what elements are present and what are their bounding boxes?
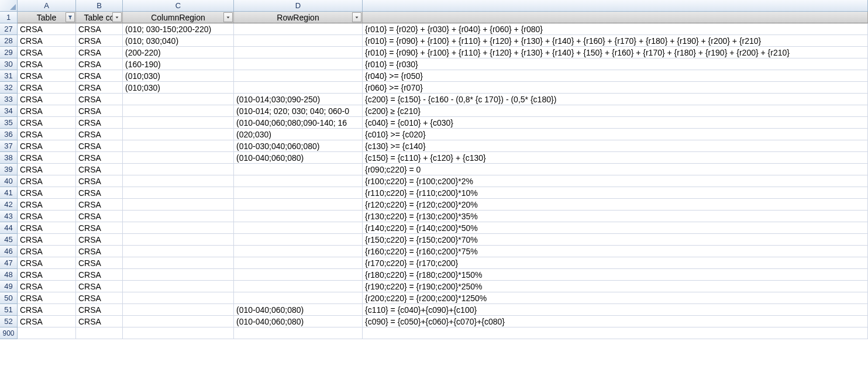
cell-B[interactable] — [76, 327, 123, 339]
cell-D[interactable] — [234, 281, 363, 292]
cell-A[interactable]: CRSA — [18, 187, 76, 199]
row-header-51[interactable]: 51 — [0, 304, 18, 316]
cell-C[interactable] — [123, 292, 234, 304]
cell-B[interactable]: CRSA — [76, 281, 123, 292]
cell-D[interactable]: (010-040;060;080) — [234, 316, 363, 327]
row-header-41[interactable]: 41 — [0, 187, 18, 199]
row-header-30[interactable]: 30 — [0, 58, 18, 70]
cell-B[interactable]: CRSA — [76, 35, 123, 47]
row-header-45[interactable]: 45 — [0, 234, 18, 246]
cell-C[interactable]: (010; 030;040) — [123, 35, 234, 47]
cell-D[interactable]: (020;030) — [234, 129, 363, 140]
cell-D[interactable] — [234, 222, 363, 234]
cell-B[interactable]: CRSA — [76, 47, 123, 58]
cell-E[interactable]: {c150} = {c110} + {c120} + {c130} — [363, 152, 868, 164]
cell-E[interactable]: {r200;c220} = {r200;c200}*1250% — [363, 292, 868, 304]
cell-B[interactable]: CRSA — [76, 187, 123, 199]
cell-A[interactable]: CRSA — [18, 211, 76, 222]
cell-A[interactable]: CRSA — [18, 246, 76, 257]
cell-C[interactable]: (010;030) — [123, 70, 234, 82]
cell-C[interactable] — [123, 199, 234, 211]
cell-B[interactable]: CRSA — [76, 316, 123, 327]
cell-B[interactable]: CRSA — [76, 140, 123, 152]
cell-E[interactable]: {r120;c220} = {r120;c200}*20% — [363, 199, 868, 211]
cell-C[interactable] — [123, 304, 234, 316]
cell-E[interactable] — [363, 327, 868, 339]
cell-E[interactable]: {r060} >= {r070} — [363, 82, 868, 94]
cell-D[interactable] — [234, 269, 363, 281]
cell-E[interactable]: {r190;c220} = {r190;c200}*250% — [363, 281, 868, 292]
cell-D[interactable] — [234, 327, 363, 339]
cell-B[interactable]: CRSA — [76, 199, 123, 211]
cell-A[interactable]: CRSA — [18, 316, 76, 327]
cell-C[interactable] — [123, 281, 234, 292]
cell-E[interactable]: {c200} ≥ {c210} — [363, 105, 868, 117]
cell-D[interactable] — [234, 292, 363, 304]
cell-C[interactable]: (010;030) — [123, 82, 234, 94]
row-header-43[interactable]: 43 — [0, 211, 18, 222]
cell-D[interactable] — [234, 246, 363, 257]
cell-D[interactable] — [234, 257, 363, 269]
cell-A[interactable]: CRSA — [18, 58, 76, 70]
row-header-44[interactable]: 44 — [0, 222, 18, 234]
column-header-B[interactable]: B — [76, 0, 123, 12]
cell-D[interactable] — [234, 199, 363, 211]
cell-C[interactable] — [123, 257, 234, 269]
row-header-48[interactable]: 48 — [0, 269, 18, 281]
cell-B[interactable]: CRSA — [76, 58, 123, 70]
cell-C[interactable] — [123, 316, 234, 327]
cell-B[interactable]: CRSA — [76, 269, 123, 281]
cell-C[interactable] — [123, 234, 234, 246]
cell-C[interactable] — [123, 246, 234, 257]
cell-A[interactable]: CRSA — [18, 82, 76, 94]
row-header-52[interactable]: 52 — [0, 316, 18, 327]
row-header-42[interactable]: 42 — [0, 199, 18, 211]
cell-A[interactable]: CRSA — [18, 222, 76, 234]
cell-D[interactable] — [234, 211, 363, 222]
cell-C[interactable]: (010; 030-150;200-220) — [123, 23, 234, 35]
cell-D[interactable] — [234, 58, 363, 70]
cell-A[interactable]: CRSA — [18, 234, 76, 246]
cell-E[interactable]: {r130;c220} = {r130;c200}*35% — [363, 211, 868, 222]
column-header-C[interactable]: C — [123, 0, 234, 12]
cell-A[interactable] — [18, 327, 76, 339]
cell-A[interactable]: CRSA — [18, 23, 76, 35]
cell-E[interactable]: {r110;c220} = {r110;c200}*10% — [363, 187, 868, 199]
cell-E[interactable]: {r040} >= {r050} — [363, 70, 868, 82]
spreadsheet-grid[interactable]: A B C D 1 Table Table co ColumnRegion Ro… — [0, 0, 868, 339]
cell-B[interactable]: CRSA — [76, 234, 123, 246]
row-header-29[interactable]: 29 — [0, 47, 18, 58]
cell-C[interactable] — [123, 140, 234, 152]
cell-D[interactable]: (010-030;040;060;080) — [234, 140, 363, 152]
row-header-35[interactable]: 35 — [0, 117, 18, 129]
cell-E[interactable]: {r100;c220} = {r100;c200}*2% — [363, 175, 868, 187]
cell-A[interactable]: CRSA — [18, 292, 76, 304]
cell-B[interactable]: CRSA — [76, 211, 123, 222]
cell-E[interactable]: {r090;c220} = 0 — [363, 164, 868, 175]
row-header-900[interactable]: 900 — [0, 327, 18, 339]
cell-A[interactable]: CRSA — [18, 140, 76, 152]
row-header-49[interactable]: 49 — [0, 281, 18, 292]
cell-A[interactable]: CRSA — [18, 304, 76, 316]
filter-dropdown-tableco[interactable] — [112, 12, 122, 22]
cell-A[interactable]: CRSA — [18, 175, 76, 187]
filter-header-columnregion[interactable]: ColumnRegion — [123, 12, 234, 23]
column-header-rest[interactable] — [363, 0, 868, 12]
cell-A[interactable]: CRSA — [18, 117, 76, 129]
cell-B[interactable]: CRSA — [76, 129, 123, 140]
cell-A[interactable]: CRSA — [18, 152, 76, 164]
cell-D[interactable]: (010-014;030;090-250) — [234, 94, 363, 105]
row-header-36[interactable]: 36 — [0, 129, 18, 140]
cell-D[interactable]: (010-040;060;080) — [234, 304, 363, 316]
cell-A[interactable]: CRSA — [18, 257, 76, 269]
cell-D[interactable]: (010-014; 020; 030; 040; 060-0 — [234, 105, 363, 117]
row-header-31[interactable]: 31 — [0, 70, 18, 82]
cell-E[interactable]: {r160;c220} = {r160;c200}*75% — [363, 246, 868, 257]
filter-header-table[interactable]: Table — [18, 12, 76, 23]
cell-B[interactable]: CRSA — [76, 257, 123, 269]
cell-A[interactable]: CRSA — [18, 105, 76, 117]
cell-B[interactable]: CRSA — [76, 117, 123, 129]
row-header-46[interactable]: 46 — [0, 246, 18, 257]
cell-C[interactable] — [123, 269, 234, 281]
cell-C[interactable] — [123, 175, 234, 187]
